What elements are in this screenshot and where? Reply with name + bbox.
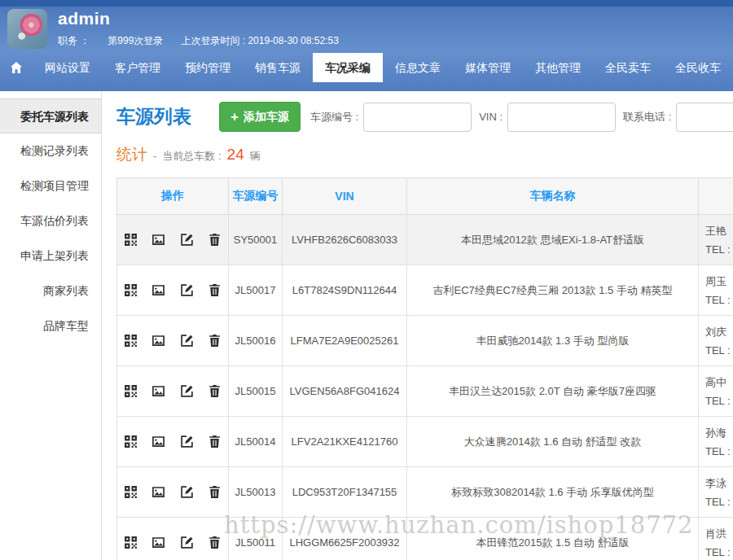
nav-item[interactable]: 预约管理: [173, 53, 243, 82]
filter-group: 联系电话 :: [623, 103, 733, 132]
filter-input[interactable]: [507, 103, 616, 132]
add-vehicle-label: 添加车源: [244, 110, 289, 125]
contact-cell: 刘庆 TEL :: [699, 316, 733, 366]
qrcode-icon[interactable]: [124, 435, 138, 448]
image-icon[interactable]: [151, 485, 165, 499]
stats-separator: -: [153, 150, 156, 162]
vehicle-name: 丰田威驰2014款 1.3 手动 型尚版: [407, 316, 699, 366]
filter-input[interactable]: [363, 103, 472, 132]
image-icon[interactable]: [151, 283, 165, 297]
qrcode-icon[interactable]: [124, 536, 138, 549]
sidebar-item[interactable]: 商家列表: [0, 273, 101, 308]
sidebar-item[interactable]: 申请上架列表: [0, 238, 101, 273]
edit-icon[interactable]: [180, 384, 194, 398]
qrcode-icon[interactable]: [124, 283, 138, 297]
vehicle-code: JL50015: [229, 366, 283, 417]
stats-label: 当前总车数 :: [162, 149, 221, 164]
contact-tel: TEL :: [705, 341, 733, 360]
row-actions: [117, 215, 229, 265]
vehicle-vin: L6T7824S9DN112644: [283, 265, 407, 316]
nav-item[interactable]: 媒体管理: [453, 53, 523, 82]
contact-cell: 王艳 TEL :: [699, 215, 733, 265]
image-icon[interactable]: [151, 384, 165, 398]
row-actions: [117, 265, 229, 316]
nav-item[interactable]: 全民卖车: [593, 53, 663, 82]
vehicle-name: 本田思域2012款 思域EXi-1.8-AT舒适版: [407, 215, 699, 265]
username: admin: [58, 9, 339, 28]
qrcode-icon[interactable]: [124, 485, 138, 499]
edit-icon[interactable]: [180, 233, 194, 247]
delete-icon[interactable]: [208, 334, 222, 348]
user-info: admin 职务 ： 第999次登录 上次登录时间 : 2019-08-30 0…: [58, 9, 339, 48]
vehicle-code: JL50013: [229, 467, 283, 518]
table-row: JL50017 L6T7824S9DN112644 吉利EC7经典EC7经典三厢…: [117, 265, 733, 316]
delete-icon[interactable]: [208, 283, 222, 297]
contact-name: 周玉: [705, 272, 733, 291]
nav-item[interactable]: 车况采编: [313, 53, 383, 82]
row-actions: [117, 518, 229, 560]
delete-icon[interactable]: [208, 536, 222, 549]
delete-icon[interactable]: [208, 435, 222, 448]
contact-tel: TEL :: [705, 543, 733, 560]
user-row: admin 职务 ： 第999次登录 上次登录时间 : 2019-08-30 0…: [0, 0, 733, 49]
top-nav: 网站设置 客户管理 预约管理 销售车源 车况采编 信息文章 媒体管理 其他管理 …: [0, 53, 733, 82]
nav-item[interactable]: 客户管理: [103, 53, 173, 82]
column-header: 操作: [117, 178, 229, 215]
contact-cell: 孙海 TEL :: [699, 417, 733, 467]
nav-item[interactable]: 全民收车: [663, 53, 733, 82]
nav-item[interactable]: 网站设置: [33, 53, 103, 82]
image-icon[interactable]: [151, 334, 165, 348]
filter-label: 车源编号 :: [310, 110, 358, 125]
delete-icon[interactable]: [208, 384, 222, 398]
row-actions: [117, 417, 229, 467]
sidebar-item[interactable]: 品牌车型: [0, 308, 101, 343]
column-header: [699, 178, 733, 215]
home-icon[interactable]: [0, 53, 33, 82]
sidebar: 委托车源列表 检测记录列表 检测项目管理 车源估价列表 申请上架列表 商家列表 …: [0, 91, 102, 560]
sidebar-item[interactable]: 车源估价列表: [0, 203, 101, 238]
vehicle-code: JL50014: [229, 417, 283, 467]
image-icon[interactable]: [151, 233, 165, 247]
edit-icon[interactable]: [180, 283, 194, 297]
add-vehicle-button[interactable]: + 添加车源: [219, 102, 301, 132]
vehicle-vin: LVGEN56A8FG041624: [283, 366, 407, 417]
layout: 委托车源列表 检测记录列表 检测项目管理 车源估价列表 申请上架列表 商家列表 …: [0, 91, 733, 560]
qrcode-icon[interactable]: [124, 384, 138, 398]
table-row: JL50014 LFV2A21KXE4121760 大众速腾2014款 1.6 …: [117, 417, 733, 467]
edit-icon[interactable]: [180, 334, 194, 348]
filter-input[interactable]: [676, 103, 733, 132]
vehicle-vin: LDC953T20F1347155: [283, 467, 407, 518]
delete-icon[interactable]: [208, 485, 222, 499]
table-row: JL50015 LVGEN56A8FG041624 丰田汉兰达2015款 2.0…: [117, 366, 733, 417]
vehicle-code: SY50001: [229, 215, 283, 265]
vehicle-code: JL50017: [229, 265, 283, 316]
table-row: JL50011 LHGGM6625F2003932 本田锋范2015款 1.5 …: [117, 518, 733, 560]
qrcode-icon[interactable]: [124, 334, 138, 348]
image-icon[interactable]: [151, 536, 165, 549]
page-header: admin 职务 ： 第999次登录 上次登录时间 : 2019-08-30 0…: [0, 0, 733, 91]
stats-unit: 辆: [250, 149, 261, 164]
image-icon[interactable]: [151, 435, 165, 448]
edit-icon[interactable]: [180, 536, 194, 549]
sidebar-item[interactable]: 检测记录列表: [0, 133, 101, 168]
contact-tel: TEL :: [705, 240, 733, 259]
sidebar-item[interactable]: 委托车源列表: [0, 98, 101, 133]
nav-item[interactable]: 信息文章: [383, 53, 453, 82]
vehicle-table-wrap: 操作 车源编号 VIN 车辆名称: [116, 177, 733, 560]
delete-icon[interactable]: [208, 233, 222, 247]
edit-icon[interactable]: [180, 485, 194, 499]
vehicle-name: 本田锋范2015款 1.5 自动 舒适版: [407, 518, 699, 560]
avatar: [7, 9, 47, 49]
sidebar-item[interactable]: 检测项目管理: [0, 168, 101, 203]
filter-group: VIN :: [479, 103, 616, 132]
contact-tel: TEL :: [705, 291, 733, 309]
contact-tel: TEL :: [705, 392, 733, 410]
nav-item[interactable]: 销售车源: [243, 53, 313, 82]
contact-name: 肖洪: [705, 524, 733, 543]
contact-tel: TEL :: [705, 442, 733, 461]
toolbar: 车源列表 + 添加车源 车源编号 : VIN :: [116, 102, 733, 132]
qrcode-icon[interactable]: [124, 233, 138, 247]
edit-icon[interactable]: [180, 435, 194, 448]
stats-count: 24: [227, 146, 244, 164]
nav-item[interactable]: 其他管理: [523, 53, 593, 82]
